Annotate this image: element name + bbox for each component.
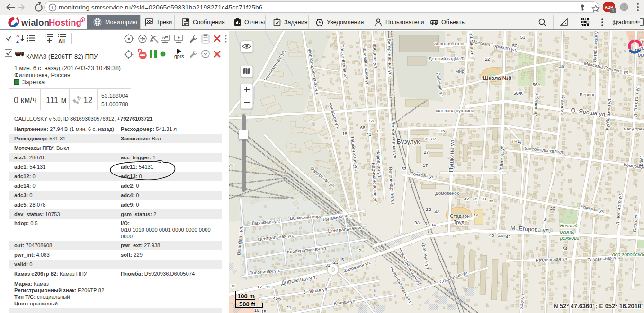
svg-text:40: 40 [473,196,478,201]
svg-text:огонь,: огонь, [560,229,575,235]
svg-text:3А: 3А [430,222,436,227]
svg-text:20: 20 [550,206,555,211]
svg-text:A: A [16,33,19,38]
svg-text:Детский сад№ 7: Детский сад№ 7 [429,56,464,61]
svg-text:40: 40 [559,64,564,69]
svg-text:wialon: wialon [21,17,49,27]
svg-text:Бузулук: Бузулук [397,138,420,145]
svg-text:44: 44 [498,233,503,238]
svg-text:рожкова: рожкова [560,235,580,241]
svg-text:27: 27 [424,149,429,155]
svg-text:Пушкина ул.: Пушкина ул. [448,138,456,172]
svg-text:All: All [58,38,65,44]
svg-text:115: 115 [438,128,445,133]
svg-text:1: 1 [612,9,614,13]
svg-text:15: 15 [261,309,267,313]
svg-text:Золотая осень: Золотая осень [434,41,465,46]
svg-text:52: 52 [485,56,490,61]
svg-text:Стадион: Стадион [450,213,470,219]
svg-text:N 52° 47.6360' ; E 052° 16.201: N 52° 47.6360' ; E 052° 16.2018' [554,303,643,310]
svg-text:gprs: gprs [174,53,184,59]
svg-text:Мир: Мир [455,69,465,74]
svg-text:маг.у трех: маг.у трех [624,126,644,131]
svg-text:35: 35 [231,283,236,288]
svg-text:42: 42 [464,196,469,201]
svg-text:500 ft: 500 ft [239,301,256,308]
svg-text:17: 17 [257,284,262,289]
svg-text:3: 3 [424,221,427,226]
svg-text:2: 2 [358,248,361,253]
svg-text:Школа №8: Школа №8 [483,75,512,81]
svg-text:100 m: 100 m [237,293,255,300]
svg-text:ооо городское: ооо городское [612,252,644,257]
svg-text:34: 34 [563,246,568,251]
svg-text:3: 3 [543,217,546,222]
svg-text:Z: Z [16,38,19,43]
svg-text:21: 21 [286,305,292,310]
svg-text:пе: пе [640,38,644,43]
svg-text:маг.лана,пушкина: маг.лана,пушкина [436,108,474,113]
svg-text:ТРЦ: ТРЦ [511,139,521,144]
svg-text:горо: горо [639,45,644,51]
svg-text:36: 36 [489,198,494,203]
svg-text:15: 15 [339,257,344,262]
svg-text:Домовёнок: Домовёнок [435,191,459,196]
svg-text:31: 31 [325,262,331,268]
svg-text:68: 68 [360,125,366,130]
svg-text:17: 17 [423,163,428,168]
svg-text:Беринг: Беринг [580,92,595,97]
svg-text:56Ж: 56Ж [513,90,523,96]
svg-text:46: 46 [489,233,494,238]
svg-text:Hosting: Hosting [49,17,81,27]
svg-text:4А: 4А [434,209,440,214]
svg-text:Комс: Комс [639,155,644,166]
svg-text:11: 11 [376,128,381,133]
svg-text:2Б: 2Б [426,207,431,212]
svg-text:45А: 45А [273,296,282,301]
svg-text:Вечный: Вечный [560,223,577,228]
svg-text:11: 11 [266,284,270,289]
svg-text:56А: 56А [533,82,541,87]
svg-text:53: 53 [520,35,526,40]
svg-text:9А: 9А [414,220,420,225]
svg-text:42: 42 [506,234,511,239]
svg-text:Труд: Труд [454,219,465,225]
svg-text:53: 53 [402,166,407,171]
svg-text:2А: 2А [473,213,479,218]
svg-text:23: 23 [333,260,339,265]
svg-text:52: 52 [369,118,375,123]
svg-text:41: 41 [367,131,372,137]
svg-text:бол: бол [638,52,644,58]
svg-text:50: 50 [512,43,518,48]
svg-text:38: 38 [481,196,486,201]
svg-text:35-37: 35-37 [425,136,436,141]
svg-text:18: 18 [342,131,348,136]
